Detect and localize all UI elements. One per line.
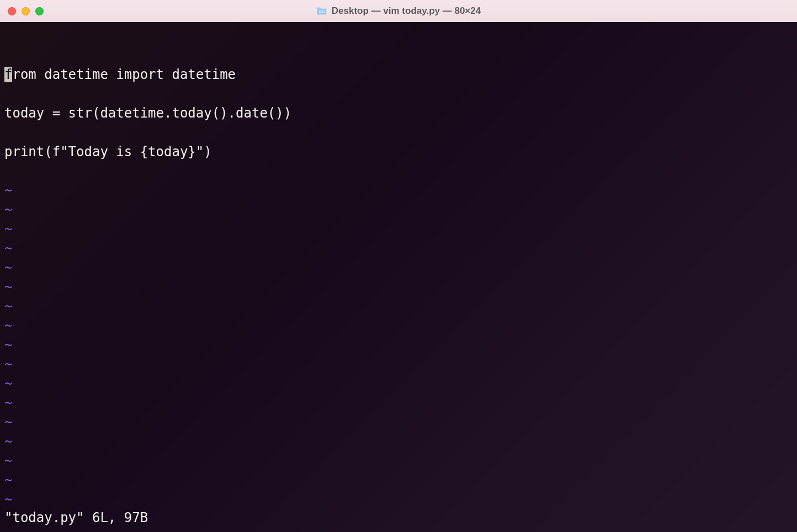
vim-tilde: ~ bbox=[4, 181, 793, 200]
editor-content: from datetime import datetimetoday = str… bbox=[4, 65, 793, 509]
vim-tilde: ~ bbox=[4, 316, 793, 336]
vim-tilde: ~ bbox=[4, 220, 793, 239]
vim-tilde: ~ bbox=[4, 200, 793, 220]
empty-line bbox=[4, 162, 793, 181]
window-title: Desktop — vim today.py — 80×24 bbox=[332, 6, 481, 17]
vim-tilde: ~ bbox=[4, 490, 793, 509]
traffic-lights bbox=[8, 7, 44, 15]
vim-tilde: ~ bbox=[4, 336, 793, 355]
vim-tilde: ~ bbox=[4, 355, 793, 374]
cursor: f bbox=[4, 67, 12, 82]
code-line-1: from datetime import datetime bbox=[4, 65, 793, 84]
code-line-5: print(f"Today is {today}") bbox=[4, 142, 793, 162]
vim-tilde: ~ bbox=[4, 432, 793, 451]
vim-tilde: ~ bbox=[4, 393, 793, 413]
vim-tilde: ~ bbox=[4, 374, 793, 393]
vim-tilde: ~ bbox=[4, 297, 793, 316]
titlebar: Desktop — vim today.py — 80×24 bbox=[0, 0, 797, 22]
minimize-button[interactable] bbox=[22, 7, 30, 15]
svg-rect-0 bbox=[318, 10, 325, 13]
vim-status-line: "today.py" 6L, 97B bbox=[4, 508, 148, 528]
close-button[interactable] bbox=[8, 7, 16, 15]
folder-icon bbox=[316, 7, 327, 15]
terminal-body[interactable]: from datetime import datetimetoday = str… bbox=[0, 22, 797, 532]
vim-tilde: ~ bbox=[4, 278, 793, 297]
zoom-button[interactable] bbox=[35, 7, 44, 15]
code-line-3: today = str(datetime.today().date()) bbox=[4, 104, 793, 123]
window-title-area: Desktop — vim today.py — 80×24 bbox=[316, 6, 481, 17]
code-line-4 bbox=[4, 123, 793, 142]
vim-tilde: ~ bbox=[4, 471, 793, 490]
vim-tilde: ~ bbox=[4, 451, 793, 471]
vim-tilde: ~ bbox=[4, 413, 793, 432]
vim-tilde: ~ bbox=[4, 258, 793, 278]
vim-tilde: ~ bbox=[4, 239, 793, 258]
code-line-2 bbox=[4, 84, 793, 104]
code-text: rom datetime import datetime bbox=[12, 67, 236, 82]
